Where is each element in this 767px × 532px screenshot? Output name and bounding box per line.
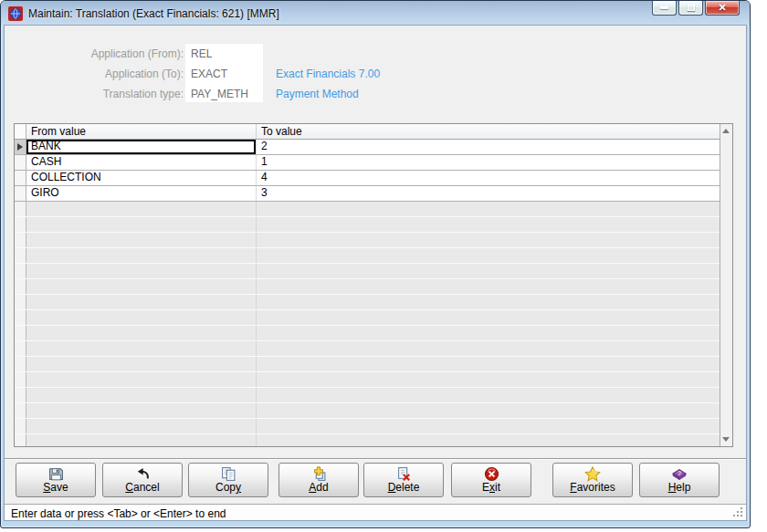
cell-to-value[interactable]: 2: [257, 140, 720, 154]
table-row[interactable]: CASH 1: [15, 155, 720, 171]
add-button[interactable]: Add: [278, 463, 359, 497]
row-selector[interactable]: [15, 202, 26, 216]
help-button[interactable]: ? Help: [639, 463, 720, 497]
row-selector[interactable]: [15, 248, 26, 263]
cell-to-value[interactable]: [257, 202, 720, 216]
copy-button[interactable]: Copy: [188, 463, 268, 497]
row-selector[interactable]: [15, 155, 26, 170]
resize-grip[interactable]: [741, 515, 742, 516]
cell-to-value[interactable]: [257, 279, 720, 294]
cell-from-value[interactable]: [26, 372, 257, 387]
cell-to-value[interactable]: [257, 419, 720, 433]
cell-from-value[interactable]: CASH: [26, 155, 257, 170]
cell-from-value[interactable]: [26, 341, 257, 356]
cell-to-value[interactable]: [257, 264, 720, 278]
cell-to-value[interactable]: [257, 434, 720, 446]
cell-from-value[interactable]: [26, 202, 257, 216]
empty-table-row[interactable]: [15, 279, 720, 295]
table-row[interactable]: GIRO 3: [15, 186, 720, 202]
empty-table-row[interactable]: [15, 357, 720, 372]
scroll-down-arrow-icon[interactable]: [722, 437, 730, 442]
cell-to-value[interactable]: [257, 233, 720, 247]
cell-from-value[interactable]: GIRO: [26, 186, 257, 201]
minimize-button[interactable]: [652, 1, 677, 16]
restore-icon: [688, 5, 695, 11]
cell-from-value[interactable]: [26, 233, 257, 247]
empty-table-row[interactable]: [15, 202, 720, 217]
empty-table-row[interactable]: [15, 326, 720, 341]
cell-to-value[interactable]: [257, 295, 720, 309]
app-globe-icon[interactable]: [8, 6, 23, 21]
close-button[interactable]: ✕: [705, 1, 740, 16]
empty-table-row[interactable]: [15, 341, 720, 357]
empty-table-row[interactable]: [15, 403, 720, 419]
cell-from-value[interactable]: [26, 310, 257, 325]
row-selector[interactable]: [15, 279, 26, 294]
empty-table-row[interactable]: [15, 248, 720, 264]
empty-table-row[interactable]: [15, 217, 720, 233]
cell-to-value[interactable]: [257, 248, 720, 263]
favorites-button[interactable]: Favorites: [552, 463, 633, 497]
cell-from-value[interactable]: [26, 264, 257, 278]
cell-to-value[interactable]: [257, 357, 720, 371]
cell-to-value[interactable]: 4: [257, 171, 720, 185]
cell-to-value[interactable]: [257, 310, 720, 325]
delete-button[interactable]: Delete: [363, 463, 444, 497]
cell-from-value[interactable]: [26, 326, 257, 340]
cell-from-value[interactable]: [26, 295, 257, 309]
row-selector[interactable]: [15, 140, 26, 154]
cancel-button[interactable]: Cancel: [102, 463, 183, 497]
application-to-description: Exact Financials 7.00: [276, 68, 380, 80]
cell-from-value[interactable]: [26, 217, 257, 232]
cell-from-value[interactable]: [26, 248, 257, 263]
cell-to-value[interactable]: [257, 326, 720, 340]
titlebar[interactable]: Maintain: Translation (Exact Financials:…: [1, 1, 750, 26]
row-selector[interactable]: [15, 388, 26, 402]
empty-table-row[interactable]: [15, 264, 720, 279]
vertical-scrollbar[interactable]: [720, 124, 732, 446]
cell-to-value[interactable]: [257, 372, 720, 387]
cell-to-value[interactable]: 3: [257, 186, 720, 201]
cell-to-value[interactable]: [257, 403, 720, 418]
cell-to-value[interactable]: [257, 388, 720, 402]
row-selector[interactable]: [15, 403, 26, 418]
empty-table-row[interactable]: [15, 372, 720, 388]
cell-from-value[interactable]: [26, 388, 257, 402]
empty-table-row[interactable]: [15, 295, 720, 310]
cell-to-value[interactable]: [257, 217, 720, 232]
row-selector[interactable]: [15, 310, 26, 325]
cell-to-value[interactable]: [257, 341, 720, 356]
row-selector[interactable]: [15, 217, 26, 232]
scroll-up-arrow-icon[interactable]: [722, 129, 730, 133]
table-row[interactable]: BANK 2: [15, 140, 720, 155]
row-selector[interactable]: [15, 171, 26, 185]
exit-button[interactable]: Exit: [451, 463, 531, 497]
restore-button[interactable]: [678, 1, 703, 16]
cell-to-value[interactable]: 1: [257, 155, 720, 170]
empty-table-row[interactable]: [15, 419, 720, 434]
save-button[interactable]: Save: [16, 463, 96, 497]
row-selector[interactable]: [15, 434, 26, 446]
row-selector[interactable]: [15, 357, 26, 371]
row-selector[interactable]: [15, 372, 26, 387]
row-selector[interactable]: [15, 264, 26, 278]
cell-from-value[interactable]: [26, 434, 257, 446]
cell-from-value[interactable]: [26, 357, 257, 371]
row-selector[interactable]: [15, 186, 26, 201]
empty-table-row[interactable]: [15, 310, 720, 326]
row-selector[interactable]: [15, 326, 26, 340]
cell-from-value[interactable]: BANK: [26, 140, 257, 154]
minimize-icon: [660, 6, 668, 9]
empty-table-row[interactable]: [15, 233, 720, 248]
row-selector[interactable]: [15, 341, 26, 356]
cell-from-value[interactable]: COLLECTION: [26, 171, 257, 185]
table-row[interactable]: COLLECTION 4: [15, 171, 720, 186]
empty-table-row[interactable]: [15, 388, 720, 403]
row-selector[interactable]: [15, 419, 26, 433]
cell-from-value[interactable]: [26, 279, 257, 294]
cell-from-value[interactable]: [26, 403, 257, 418]
cell-from-value[interactable]: [26, 419, 257, 433]
row-selector[interactable]: [15, 233, 26, 247]
row-selector[interactable]: [15, 295, 26, 309]
empty-table-row[interactable]: [15, 434, 720, 446]
